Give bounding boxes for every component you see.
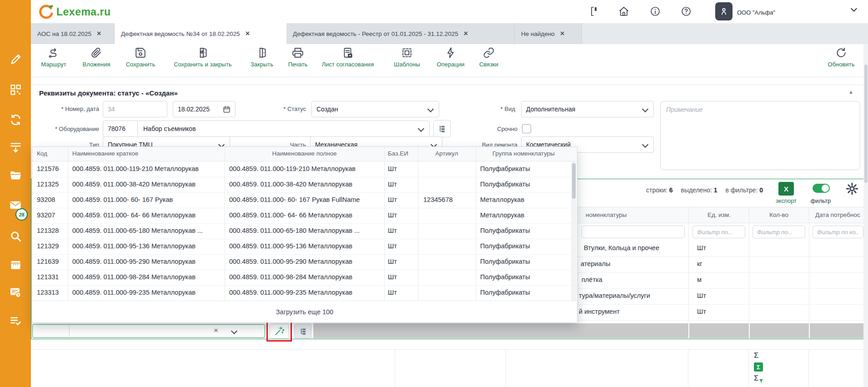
collapse-icon[interactable]: ▲ xyxy=(848,89,853,95)
list-item[interactable]: 121639 000.4859. 011.000-95-290 Металлор… xyxy=(32,254,571,270)
equipment-tree-button[interactable] xyxy=(433,120,451,137)
grid-col-date[interactable]: Дата потребнос xyxy=(815,211,866,218)
table-row[interactable]: тура/материалы/услуги Шт xyxy=(577,288,868,305)
save-close-icon xyxy=(197,47,209,59)
list-item[interactable]: 121325 000.4859. 011.000-38-420 Металлор… xyxy=(32,177,571,193)
urgent-label: Срочно xyxy=(490,126,517,132)
close-icon[interactable]: × xyxy=(560,30,564,38)
tab-defect-sheet[interactable]: Дефектная ведомость №34 от 18.02.2025 × xyxy=(115,23,286,44)
printer-icon xyxy=(292,47,304,59)
sync-icon[interactable] xyxy=(0,113,31,126)
vid-select[interactable]: Дополнительная xyxy=(521,101,654,117)
col-code[interactable]: Код xyxy=(37,150,47,157)
templates-button[interactable]: Шаблоны xyxy=(386,47,427,73)
note-textarea[interactable] xyxy=(660,101,860,170)
sum-selected-icon[interactable]: Σ xyxy=(754,362,763,372)
grid-col-unit[interactable]: Ед. изм. xyxy=(695,211,743,218)
close-icon[interactable]: × xyxy=(464,30,468,38)
chevron-down-icon xyxy=(642,106,648,112)
scrollbar-thumb[interactable] xyxy=(864,65,868,183)
integration-icon[interactable] xyxy=(587,5,601,18)
list-item[interactable]: 93207 000.4859. 011.000- 64- 66 Металлор… xyxy=(32,208,571,224)
excel-export-icon[interactable]: X xyxy=(778,182,794,196)
filter-input-nomenclature[interactable] xyxy=(582,226,685,238)
chevron-down-icon[interactable] xyxy=(231,328,237,334)
col-group[interactable]: Группа номенклатуры xyxy=(476,150,572,157)
list-item[interactable]: 93208 000.4859. 011.000- 60- 167 Рукав 0… xyxy=(32,192,571,208)
export-label[interactable]: экспорт xyxy=(772,197,801,204)
scrollbar-thumb[interactable] xyxy=(572,163,576,199)
nomenclature-combobox[interactable]: × xyxy=(32,324,265,338)
tab-not-found[interactable]: Не найдено × xyxy=(515,23,582,44)
grid-summary-band xyxy=(313,323,868,338)
print-button[interactable]: Печать xyxy=(282,47,314,73)
col-short-name[interactable]: Наименование краткое xyxy=(72,150,138,157)
number-input[interactable]: 34 xyxy=(103,101,167,117)
route-button[interactable]: Маршрут xyxy=(35,47,72,73)
list-item[interactable]: 121328 000.4859. 011.000-65-180 Металлор… xyxy=(32,223,571,239)
list-item[interactable]: 121331 000.4859. 011.000-98-284 Металлор… xyxy=(32,270,571,286)
approval-sheet-button[interactable]: Лист согласования xyxy=(314,47,382,73)
close-icon[interactable]: × xyxy=(97,30,101,38)
links-button[interactable]: Связки xyxy=(471,47,507,73)
filter-input-unit[interactable] xyxy=(692,226,745,238)
chevron-down-icon[interactable] xyxy=(418,126,424,132)
section-title: Реквизиты документа: статус - «Создан» xyxy=(39,89,178,97)
info-icon[interactable] xyxy=(648,5,662,18)
urgent-checkbox[interactable] xyxy=(522,124,531,133)
tab-defect-registry[interactable]: Дефектная ведомость - Реестр от 01.01.20… xyxy=(286,23,515,44)
tree-icon xyxy=(299,327,307,336)
chevron-down-icon[interactable] xyxy=(849,5,858,16)
logo[interactable]: Lexema.ru xyxy=(38,4,111,20)
col-unit[interactable]: Баз.ЕИ xyxy=(388,150,408,157)
col-article[interactable]: Артикул xyxy=(418,150,476,157)
search-icon[interactable] xyxy=(0,229,31,243)
sum-icon[interactable]: Σ xyxy=(754,351,758,360)
equipment-code[interactable]: 78076 xyxy=(103,121,138,136)
table-row[interactable]: Втулки, Кольца и прочее Шт xyxy=(577,241,868,257)
attachments-button[interactable]: Вложения xyxy=(76,47,117,73)
tab-label: АОС на 18.02.2025 xyxy=(37,30,91,37)
tree-view-button[interactable] xyxy=(294,324,311,338)
close-icon[interactable]: × xyxy=(246,30,250,38)
save-button[interactable]: Сохранить xyxy=(119,47,162,73)
calendar-small-icon[interactable] xyxy=(223,106,231,113)
table-row[interactable]: атериалы кг xyxy=(577,256,868,273)
save-and-close-button[interactable]: Сохранить и закрыть xyxy=(166,47,239,73)
edit-icon[interactable] xyxy=(0,52,31,65)
checklist-icon[interactable] xyxy=(0,314,31,327)
qr-code-icon[interactable] xyxy=(0,83,31,96)
sum-filtered-icon[interactable]: Σ xyxy=(754,374,758,383)
list-item[interactable]: 121576 000.4859. 011.000-119-210 Металло… xyxy=(32,161,571,177)
table-row[interactable]: плётка м xyxy=(577,272,868,289)
load-more-button[interactable]: Загрузить еще 100 xyxy=(32,301,577,322)
calendar-icon[interactable] xyxy=(0,257,31,271)
clear-icon[interactable]: × xyxy=(214,326,218,335)
mail-icon[interactable] xyxy=(0,198,31,212)
home-icon[interactable] xyxy=(617,5,631,18)
list-item[interactable]: 123313 000.4859. 011.000-99-235 Металлор… xyxy=(32,285,571,301)
filter-input-date[interactable] xyxy=(813,226,863,238)
gear-icon[interactable] xyxy=(845,182,859,197)
grid-col-qty[interactable]: Кол-во xyxy=(754,211,803,218)
door-icon xyxy=(256,47,268,59)
refresh-button[interactable]: Обновить xyxy=(823,47,859,73)
scrollbar-track[interactable] xyxy=(571,161,577,301)
filter-input-qty[interactable] xyxy=(753,226,805,238)
tab-aoc[interactable]: АОС на 18.02.2025 × xyxy=(31,23,115,44)
avatar[interactable] xyxy=(715,2,733,20)
filter-toggle[interactable] xyxy=(813,184,830,193)
equipment-combobox[interactable]: 78076 Набор съемников xyxy=(103,121,430,137)
list-item[interactable]: 121329 000.4859. 011.000-95-136 Металлор… xyxy=(32,239,571,255)
table-row[interactable]: й инструмент Шт xyxy=(577,304,868,321)
help-icon[interactable] xyxy=(679,5,693,18)
date-input[interactable]: 18.02.2025 xyxy=(173,101,236,117)
status-select[interactable]: Создан xyxy=(311,101,439,117)
folder-icon[interactable] xyxy=(0,168,31,182)
operations-button[interactable]: Операции xyxy=(430,47,471,73)
report-clock-icon[interactable] xyxy=(0,286,31,299)
scrollbar-track[interactable] xyxy=(863,44,868,387)
close-document-button[interactable]: Закрыть xyxy=(244,47,280,73)
grid-col-nomenclature[interactable]: номенклатуры xyxy=(586,211,627,218)
col-full-name[interactable]: Наименование полное xyxy=(225,150,384,157)
